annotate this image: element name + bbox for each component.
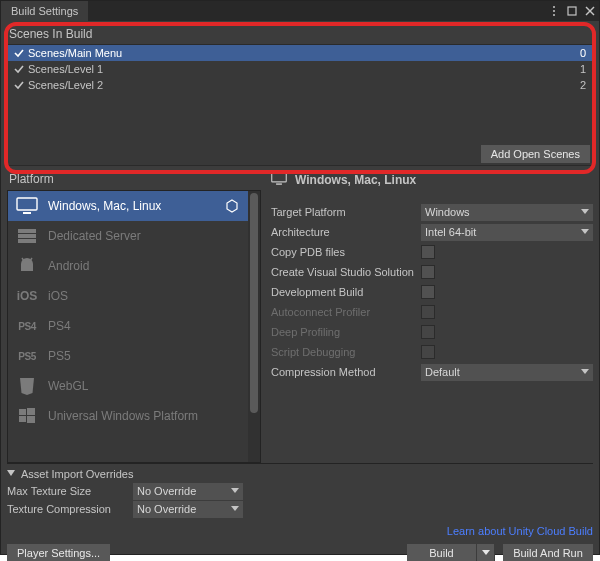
svg-marker-8 [227, 200, 237, 212]
field-label: Create Visual Studio Solution [271, 266, 421, 278]
svg-rect-11 [18, 239, 36, 243]
add-open-scenes-button[interactable]: Add Open Scenes [481, 145, 590, 163]
platform-header: Platform [7, 170, 261, 190]
field-label: Architecture [271, 226, 421, 238]
target-platform-row: Target Platform Windows [271, 202, 593, 222]
svg-rect-16 [27, 408, 35, 415]
scene-name: Scenes/Main Menu [26, 47, 570, 59]
field-label: Autoconnect Profiler [271, 306, 421, 318]
platform-item-ios[interactable]: iOS iOS [8, 281, 248, 311]
field-label: Deep Profiling [271, 326, 421, 338]
platform-item-android[interactable]: Android [8, 251, 248, 281]
window-title: Build Settings [1, 1, 88, 21]
chevron-down-icon [581, 209, 589, 215]
svg-marker-24 [7, 470, 15, 476]
platform-item-dedicated-server[interactable]: Dedicated Server [8, 221, 248, 251]
svg-rect-19 [272, 173, 287, 182]
asset-overrides-label: Asset Import Overrides [21, 468, 133, 480]
server-icon [16, 225, 38, 247]
svg-rect-9 [18, 229, 36, 233]
field-label: Max Texture Size [7, 485, 133, 497]
svg-rect-7 [23, 212, 31, 214]
svg-rect-3 [568, 7, 576, 15]
build-dropdown-arrow[interactable] [477, 544, 495, 561]
platform-item-ps5[interactable]: PS5 PS5 [8, 341, 248, 371]
dropdown-value: Intel 64-bit [425, 226, 476, 238]
learn-cloud-build-link[interactable]: Learn about Unity Cloud Build [447, 525, 593, 537]
field-label: Copy PDB files [271, 246, 421, 258]
asset-overrides-header[interactable]: Asset Import Overrides [7, 468, 593, 482]
build-button[interactable]: Build [407, 544, 477, 561]
html5-icon [16, 375, 38, 397]
checkmark-icon[interactable] [12, 78, 26, 92]
svg-marker-23 [581, 369, 589, 374]
svg-rect-10 [18, 234, 36, 238]
asset-import-overrides-section: Asset Import Overrides Max Texture Size … [7, 463, 593, 520]
platform-label: PS5 [48, 349, 240, 363]
platform-item-webgl[interactable]: WebGL [8, 371, 248, 401]
script-debug-checkbox [421, 345, 435, 359]
svg-rect-20 [276, 183, 282, 184]
field-label: Target Platform [271, 206, 421, 218]
dropdown-value: Default [425, 366, 460, 378]
script-debug-row: Script Debugging [271, 342, 593, 362]
scene-index: 1 [570, 63, 588, 75]
create-vs-checkbox[interactable] [421, 265, 435, 279]
scrollbar-thumb[interactable] [250, 193, 258, 413]
ios-icon: iOS [16, 285, 38, 307]
platform-item-windows-mac-linux[interactable]: Windows, Mac, Linux [8, 191, 248, 221]
close-icon[interactable] [581, 1, 599, 21]
svg-rect-18 [27, 416, 35, 423]
platform-item-uwp[interactable]: Universal Windows Platform [8, 401, 248, 431]
create-vs-row: Create Visual Studio Solution [271, 262, 593, 282]
platform-panel: Platform Windows, Mac, Linux Dedicated S… [1, 168, 261, 463]
max-texture-dropdown[interactable]: No Override [133, 483, 243, 500]
platform-scrollbar[interactable] [248, 191, 260, 462]
field-label: Script Debugging [271, 346, 421, 358]
autoconnect-row: Autoconnect Profiler [271, 302, 593, 322]
chevron-down-icon [231, 488, 239, 494]
svg-point-1 [553, 10, 555, 12]
field-label: Development Build [271, 286, 421, 298]
dropdown-value: Windows [425, 206, 470, 218]
chevron-down-icon [581, 369, 589, 375]
dev-build-row: Development Build [271, 282, 593, 302]
build-and-run-button[interactable]: Build And Run [503, 544, 593, 561]
ps5-icon: PS5 [16, 345, 38, 367]
max-texture-row: Max Texture Size No Override [7, 482, 593, 500]
architecture-dropdown[interactable]: Intel 64-bit [421, 224, 593, 241]
kebab-menu-icon[interactable] [545, 1, 563, 21]
copy-pdb-checkbox[interactable] [421, 245, 435, 259]
scenes-list[interactable]: Scenes/Main Menu 0 Scenes/Level 1 1 Scen… [7, 44, 593, 166]
svg-point-2 [553, 14, 555, 16]
checkmark-icon[interactable] [12, 62, 26, 76]
scene-row[interactable]: Scenes/Level 1 1 [8, 61, 592, 77]
maximize-icon[interactable] [563, 1, 581, 21]
compression-dropdown[interactable]: Default [421, 364, 593, 381]
platform-list: Windows, Mac, Linux Dedicated Server And… [8, 191, 248, 462]
platform-label: iOS [48, 289, 240, 303]
player-settings-button[interactable]: Player Settings... [7, 544, 110, 561]
svg-marker-14 [20, 378, 34, 395]
foldout-triangle-icon [7, 470, 17, 478]
tex-compression-dropdown[interactable]: No Override [133, 501, 243, 518]
platform-label: PS4 [48, 319, 240, 333]
svg-rect-6 [17, 198, 37, 210]
checkmark-icon[interactable] [12, 46, 26, 60]
build-settings-window: Build Settings Scenes In Build Scenes/Ma… [0, 0, 600, 555]
target-platform-dropdown[interactable]: Windows [421, 204, 593, 221]
titlebar: Build Settings [1, 1, 599, 21]
svg-rect-17 [19, 416, 26, 422]
scene-name: Scenes/Level 1 [26, 63, 570, 75]
dev-build-checkbox[interactable] [421, 285, 435, 299]
scene-row[interactable]: Scenes/Level 2 2 [8, 77, 592, 93]
platform-item-ps4[interactable]: PS4 PS4 [8, 311, 248, 341]
settings-panel: Windows, Mac, Linux Target Platform Wind… [261, 168, 599, 463]
platform-label: Android [48, 259, 240, 273]
scene-row[interactable]: Scenes/Main Menu 0 [8, 45, 592, 61]
deep-profiling-row: Deep Profiling [271, 322, 593, 342]
dropdown-value: No Override [137, 503, 196, 515]
svg-marker-27 [482, 550, 490, 555]
copy-pdb-row: Copy PDB files [271, 242, 593, 262]
svg-point-0 [553, 6, 555, 8]
